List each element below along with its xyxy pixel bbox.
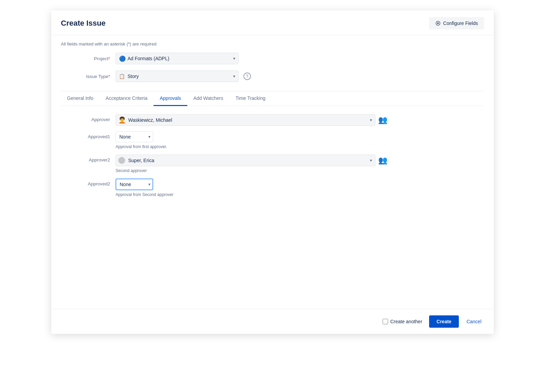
approvals-form: Approver 🧑‍🦱 Waskiewicz, Michael ▾ 👥 <box>61 114 484 202</box>
project-select-wrapper: 🔵 Ad Formats (ADPL) ▾ <box>116 53 239 64</box>
approved2-label: Approved2 <box>61 179 116 186</box>
project-row: Project* 🔵 Ad Formats (ADPL) ▾ <box>61 53 484 64</box>
project-select[interactable]: Ad Formats (ADPL) <box>116 53 239 64</box>
approved2-field: None ▾ Approval from Second approver <box>116 179 173 197</box>
create-another-label[interactable]: Create another <box>390 319 422 324</box>
project-label: Project* <box>61 56 116 61</box>
approved1-select[interactable]: None <box>116 131 153 142</box>
issue-type-field: 📋 Story ▾ ? <box>116 70 251 82</box>
approved2-select[interactable]: None <box>116 179 153 190</box>
approved2-select-wrapper: None ▾ <box>116 179 153 190</box>
approver2-group-icon[interactable]: 👥 <box>378 156 387 165</box>
tab-general-info[interactable]: General Info <box>61 91 99 106</box>
approved2-field-row: None ▾ <box>116 179 173 190</box>
approved1-field-row: None ▾ <box>116 131 167 142</box>
issue-type-help-icon[interactable]: ? <box>243 73 251 80</box>
cancel-button[interactable]: Cancel <box>464 315 484 328</box>
approved2-row: Approved2 None ▾ Approval from Second ap… <box>61 179 484 197</box>
issue-type-row: Issue Type* 📋 Story ▾ ? <box>61 70 484 82</box>
approver-select-wrapper: 🧑‍🦱 Waskiewicz, Michael ▾ <box>116 114 375 126</box>
approved1-field: None ▾ Approval from first approver. <box>116 131 167 149</box>
approved1-select-wrapper: None ▾ <box>116 131 153 142</box>
required-notice: All fields marked with an asterisk (*) a… <box>61 41 484 47</box>
approver2-select[interactable]: Super, Erica <box>116 155 375 166</box>
approver-row: Approver 🧑‍🦱 Waskiewicz, Michael ▾ 👥 <box>61 114 484 126</box>
modal-header: Create Issue Configure Fields <box>51 10 494 35</box>
approver2-field: Super, Erica ▾ 👥 Second approver <box>116 155 387 173</box>
approved1-label: Approved1 <box>61 131 116 139</box>
approver2-hint: Second approver <box>116 168 387 173</box>
approver-select[interactable]: Waskiewicz, Michael <box>116 114 375 126</box>
tab-acceptance-criteria[interactable]: Acceptance Criteria <box>99 91 154 106</box>
approved1-hint: Approval from first approver. <box>116 144 167 149</box>
approver-label: Approver <box>61 114 116 122</box>
approver2-row: Approver2 Super, Erica ▾ 👥 <box>61 155 484 173</box>
approved1-row: Approved1 None ▾ Approval from first app… <box>61 131 484 149</box>
approver2-select-wrapper: Super, Erica ▾ <box>116 155 375 166</box>
approver2-field-row: Super, Erica ▾ 👥 <box>116 155 387 166</box>
create-another-checkbox[interactable] <box>383 319 388 324</box>
approver2-label: Approver2 <box>61 155 116 162</box>
approver-group-icon[interactable]: 👥 <box>378 116 387 125</box>
modal-body: All fields marked with an asterisk (*) a… <box>51 35 494 309</box>
project-field: 🔵 Ad Formats (ADPL) ▾ <box>116 53 239 64</box>
create-button[interactable]: Create <box>429 315 459 328</box>
modal-footer: Create another Create Cancel <box>51 309 494 334</box>
tabs-bar: General Info Acceptance Criteria Approva… <box>61 91 484 106</box>
configure-fields-button[interactable]: Configure Fields <box>429 17 484 29</box>
approved2-hint: Approval from Second approver <box>116 192 173 197</box>
approvals-tab-content: Approver 🧑‍🦱 Waskiewicz, Michael ▾ 👥 <box>61 106 484 309</box>
tab-time-tracking[interactable]: Time Tracking <box>229 91 271 106</box>
tab-add-watchers[interactable]: Add Watchers <box>187 91 229 106</box>
approver-field: 🧑‍🦱 Waskiewicz, Michael ▾ 👥 <box>116 114 387 126</box>
issue-type-select[interactable]: Story <box>116 70 239 82</box>
modal-title: Create Issue <box>61 19 106 28</box>
gear-icon <box>435 21 441 26</box>
issue-type-label: Issue Type* <box>61 74 116 79</box>
project-required-star: * <box>108 56 110 61</box>
tab-approvals[interactable]: Approvals <box>154 91 187 106</box>
configure-fields-label: Configure Fields <box>443 21 478 26</box>
create-another-wrap: Create another <box>383 319 422 324</box>
issue-type-select-wrapper: 📋 Story ▾ <box>116 70 239 82</box>
create-issue-modal: Create Issue Configure Fields All fields… <box>51 10 494 334</box>
approver-field-row: 🧑‍🦱 Waskiewicz, Michael ▾ 👥 <box>116 114 387 126</box>
issue-type-required-star: * <box>108 74 110 79</box>
